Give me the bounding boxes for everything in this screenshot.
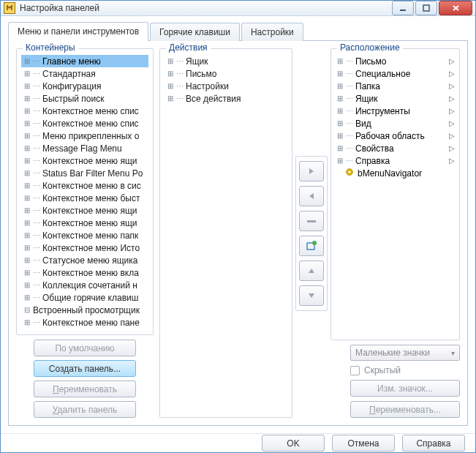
tree-item[interactable]: ⊞⋯Контекстное меню быст — [21, 192, 148, 204]
expand-icon[interactable]: ⊞ — [23, 244, 31, 252]
maximize-button[interactable] — [415, 1, 437, 15]
expand-icon[interactable]: ⊞ — [166, 70, 175, 78]
tree-item[interactable]: ⊞⋯Папка▷ — [336, 80, 455, 92]
tree-item[interactable]: ⊞⋯Настройки — [165, 80, 287, 92]
expand-icon[interactable]: ⊞ — [166, 57, 175, 65]
expand-icon[interactable]: ⊞ — [23, 157, 31, 165]
tree-item[interactable]: ⊞⋯Ящик▷ — [336, 92, 455, 105]
submenu-indicator-icon: ▷ — [449, 82, 455, 90]
tree-item[interactable]: ⊞⋯Контекстное меню спис — [21, 117, 148, 130]
expand-icon[interactable]: ⊞ — [23, 181, 31, 190]
expand-icon[interactable]: ⊞ — [23, 293, 31, 302]
cancel-button[interactable]: Отмена — [332, 435, 395, 452]
expand-icon[interactable]: ⊞ — [23, 194, 31, 202]
tree-item[interactable]: ⊞⋯Ящик — [165, 55, 287, 67]
help-button[interactable]: Справка — [402, 435, 465, 452]
expand-icon[interactable]: ⊞ — [23, 281, 31, 289]
tree-item[interactable]: ⊞⋯Message Flag Menu — [21, 142, 148, 154]
expand-icon[interactable]: ⊞ — [23, 169, 31, 177]
expand-icon[interactable]: ⊞ — [336, 132, 344, 140]
tree-item-label: Письмо — [354, 56, 445, 67]
minimize-button[interactable] — [392, 1, 414, 15]
expand-icon[interactable]: ⊞ — [336, 157, 344, 165]
expand-icon[interactable]: ⊞ — [23, 256, 31, 264]
expand-icon[interactable]: ⊞ — [23, 107, 31, 115]
expand-icon[interactable]: ⊞ — [23, 119, 31, 127]
expand-icon[interactable]: ⊞ — [23, 132, 31, 140]
tree-item[interactable]: ⊞⋯Общие горячие клавиш — [21, 291, 148, 304]
icon-size-select[interactable]: Маленькие значки ▾ — [350, 345, 460, 361]
tree-item[interactable]: ⊞⋯Контекстное меню ящи — [21, 217, 148, 229]
tree-item[interactable]: ⊞⋯Свойства▷ — [336, 142, 455, 154]
tab-settings[interactable]: Настройки — [241, 23, 303, 41]
default-button[interactable]: По умолчанию — [34, 340, 136, 356]
expand-icon[interactable]: ⊞ — [23, 318, 31, 326]
location-rename-button[interactable]: Переименовать... — [350, 401, 460, 418]
expand-icon[interactable]: ⊞ — [23, 144, 31, 152]
tree-item[interactable]: ⊞⋯Контекстное меню в сис — [21, 179, 148, 192]
tree-item[interactable]: ⊞⋯Специальное▷ — [336, 67, 455, 80]
tree-item[interactable]: ⊞⋯Письмо — [165, 67, 287, 80]
tree-item[interactable]: ⊞⋯Справка▷ — [336, 154, 455, 167]
tree-item[interactable]: ⊞⋯Инструменты▷ — [336, 105, 455, 117]
containers-tree[interactable]: ⊞⋯Главное меню⊞⋯Стандартная⊞⋯Конфигураци… — [21, 55, 148, 329]
expand-icon[interactable]: ⊞ — [336, 57, 344, 65]
new-button[interactable] — [299, 236, 324, 256]
tree-item[interactable]: ⊞⋯Быстрый поиск — [21, 92, 148, 105]
actions-tree[interactable]: ⊞⋯Ящик⊞⋯Письмо⊞⋯Настройки⊞⋯Все действия — [165, 55, 287, 411]
tree-item[interactable]: ⊞⋯Контекстное меню Исто — [21, 242, 148, 254]
tree-item[interactable]: ⊞⋯Конфигурация — [21, 80, 148, 92]
expand-icon[interactable]: ⊞ — [336, 94, 344, 102]
tree-item[interactable]: ⊞⋯Статусное меню ящика — [21, 254, 148, 266]
tree-item[interactable]: ⊞⋯Все действия — [165, 92, 287, 105]
expand-icon[interactable]: ⊞ — [336, 82, 344, 90]
move-up-button[interactable] — [299, 261, 324, 281]
create-panel-button[interactable]: Создать панель... — [34, 360, 136, 377]
location-tree[interactable]: ⊞⋯Письмо▷⊞⋯Специальное▷⊞⋯Папка▷⊞⋯Ящик▷⊞⋯… — [336, 55, 455, 334]
tree-item[interactable]: ⊞⋯Письмо▷ — [336, 55, 455, 67]
expand-icon[interactable]: ⊞ — [23, 57, 31, 65]
tree-item[interactable]: ⊞⋯Контекстное меню вкла — [21, 266, 148, 279]
move-right-button[interactable] — [299, 161, 324, 181]
delete-panel-button[interactable]: Удалить панель — [34, 401, 136, 418]
tree-item[interactable]: ⊟Встроенный просмотрщик — [21, 304, 148, 316]
expand-icon[interactable]: ⊞ — [23, 94, 31, 102]
tab-menus[interactable]: Меню и панели инструментов — [8, 22, 148, 41]
tree-item[interactable]: ⊞⋯Главное меню — [21, 55, 148, 67]
hidden-checkbox[interactable] — [350, 366, 360, 375]
expand-icon[interactable]: ⊞ — [336, 119, 344, 127]
tree-item[interactable]: ⊞⋯Коллекция сочетаний н — [21, 279, 148, 291]
move-down-button[interactable] — [299, 285, 324, 306]
tree-item[interactable]: ⊞⋯Контекстное меню папк — [21, 229, 148, 242]
expand-icon[interactable]: ⊞ — [23, 70, 31, 78]
tree-item[interactable]: ⊞⋯Меню прикрепленных о — [21, 130, 148, 142]
expand-icon[interactable]: ⊞ — [23, 82, 31, 90]
ok-button[interactable]: OK — [262, 435, 325, 452]
expand-icon[interactable]: ⊞ — [23, 231, 31, 239]
expand-icon[interactable]: ⊞ — [23, 219, 31, 227]
expand-icon[interactable]: ⊞ — [166, 94, 175, 102]
expand-icon[interactable]: ⊞ — [23, 206, 31, 214]
tree-item[interactable]: ⊞⋯Контекстное меню ящи — [21, 204, 148, 217]
expand-icon[interactable]: ⊞ — [336, 70, 344, 78]
close-button[interactable] — [439, 1, 472, 15]
hidden-checkbox-row[interactable]: Скрытый — [350, 365, 460, 375]
tree-item[interactable]: ⊞⋯Контекстное меню пане — [21, 316, 148, 329]
separator-button[interactable] — [299, 211, 324, 231]
expand-icon[interactable]: ⊞ — [166, 82, 175, 90]
tree-item[interactable]: ⊞⋯Стандартная — [21, 67, 148, 80]
tree-item[interactable]: ⊞⋯Рабочая область▷ — [336, 130, 455, 142]
expand-icon[interactable]: ⊞ — [336, 107, 344, 115]
tab-hotkeys[interactable]: Горячие клавиши — [150, 23, 240, 41]
expand-icon[interactable]: ⊞ — [23, 269, 31, 277]
tree-item[interactable]: ⊞bMenuNavigator — [336, 167, 455, 179]
tree-item[interactable]: ⊞⋯Контекстное меню спис — [21, 105, 148, 117]
move-left-button[interactable] — [299, 186, 324, 206]
change-icon-button[interactable]: Изм. значок... — [350, 380, 460, 397]
tree-item[interactable]: ⊞⋯Контекстное меню ящи — [21, 154, 148, 167]
rename-button[interactable]: Переименовать — [34, 381, 136, 397]
expand-icon[interactable]: ⊞ — [336, 144, 344, 152]
tree-item[interactable]: ⊞⋯Status Bar Filter Menu Po — [21, 167, 148, 179]
collapse-icon[interactable]: ⊟ — [23, 306, 31, 314]
tree-item[interactable]: ⊞⋯Вид▷ — [336, 117, 455, 130]
